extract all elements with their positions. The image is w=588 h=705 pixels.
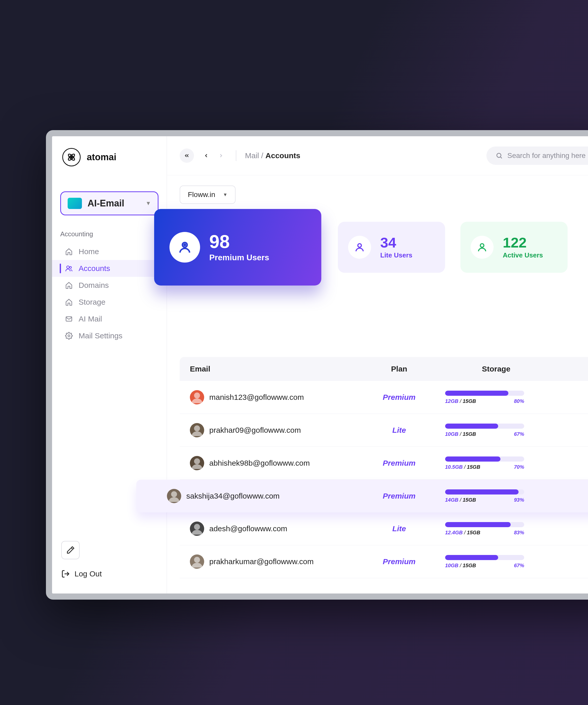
- product-switcher[interactable]: AI-Email ▼: [60, 191, 159, 215]
- th-email: Email: [190, 365, 353, 373]
- sidebar-nav: Home Accounts Domains Storage: [52, 241, 167, 344]
- sidebar-item-domains[interactable]: Domains: [52, 277, 167, 294]
- home-icon: [64, 281, 74, 289]
- email-text: sakshija34@goflowww.com: [186, 492, 280, 500]
- svg-point-2: [71, 156, 72, 158]
- table-row[interactable]: prakhar09@goflowww.comLite10GB / 15GB67%: [180, 414, 588, 447]
- cell-plan: Premium: [353, 393, 445, 402]
- stat-active-label: Active Users: [503, 251, 543, 259]
- chevrons-left-icon: [184, 153, 190, 159]
- avatar: [167, 489, 181, 503]
- sidebar-item-label: Home: [79, 247, 99, 256]
- table-row[interactable]: abhishek98b@goflowww.comPremium10.5GB / …: [180, 447, 588, 480]
- eyedropper-icon: [66, 546, 75, 555]
- sidebar-item-accounts[interactable]: Accounts: [52, 260, 167, 277]
- cell-plan: Premium: [353, 557, 445, 566]
- storage-bar: [445, 457, 524, 462]
- avatar: [190, 456, 204, 470]
- logout-button[interactable]: Log Out: [61, 569, 102, 578]
- sidebar-item-label: Mail Settings: [79, 331, 123, 340]
- app-window: atomai AI-Email ▼ Accounting Home Accoun…: [46, 130, 588, 600]
- storage-bar: [445, 489, 524, 495]
- table-row[interactable]: manish123@goflowww.comPremium12GB / 15GB…: [180, 381, 588, 414]
- domain-select[interactable]: Floww.in ▼: [180, 186, 235, 204]
- storage-meta: 14GB / 15GB93%: [445, 497, 524, 503]
- svg-point-16: [194, 524, 200, 530]
- sidebar-item-mail-settings[interactable]: Mail Settings: [52, 327, 167, 344]
- sidebar-item-label: Storage: [79, 298, 105, 307]
- cell-storage: 12GB / 15GB80%: [445, 391, 547, 404]
- th-storage: Storage: [445, 365, 547, 373]
- main: Mail / Accounts Search for anything here…: [167, 136, 588, 594]
- avatar: [190, 423, 204, 437]
- svg-point-6: [68, 335, 70, 337]
- product-thumbnail-icon: [67, 198, 82, 209]
- chevron-left-icon: [203, 153, 209, 158]
- cell-email: abhishek98b@goflowww.com: [190, 456, 353, 470]
- cell-email: adesh@goflowww.com: [190, 522, 353, 536]
- gear-icon: [64, 332, 74, 340]
- forward-button[interactable]: [215, 149, 227, 162]
- email-text: abhishek98b@goflowww.com: [209, 459, 310, 467]
- cell-email: prakhar09@goflowww.com: [190, 423, 353, 437]
- stat-card-premium[interactable]: 98 Premium Users: [154, 209, 321, 285]
- table-row[interactable]: prakharkumar@goflowww.comPremium10GB / 1…: [180, 545, 588, 578]
- table-header: Email Plan Storage: [180, 357, 588, 381]
- cell-plan: Lite: [353, 524, 445, 533]
- email-text: prakhar09@goflowww.com: [209, 426, 301, 434]
- avatar: [190, 555, 204, 569]
- sidebar-item-ai-mail[interactable]: AI Mail: [52, 311, 167, 327]
- storage-bar: [445, 522, 524, 527]
- stat-lite-label: Lite Users: [380, 251, 412, 259]
- stat-premium-count: 98: [209, 232, 269, 251]
- breadcrumb-root[interactable]: Mail: [245, 151, 259, 160]
- stat-premium-label: Premium Users: [209, 253, 269, 262]
- search-placeholder: Search for anything here: [507, 151, 586, 160]
- active-user-icon: [470, 236, 494, 259]
- stat-active-count: 122: [503, 236, 543, 250]
- email-text: manish123@goflowww.com: [209, 393, 304, 402]
- sidebar-item-home[interactable]: Home: [52, 243, 167, 260]
- search-input[interactable]: Search for anything here: [487, 146, 588, 165]
- back-button[interactable]: [200, 149, 212, 162]
- storage-bar: [445, 391, 524, 396]
- table-row[interactable]: sakshija34@goflowww.comPremium14GB / 15G…: [136, 480, 588, 512]
- storage-meta: 12.4GB / 15GB83%: [445, 530, 524, 535]
- brand-name: atomai: [87, 152, 117, 162]
- storage-meta: 12GB / 15GB80%: [445, 398, 524, 404]
- svg-point-11: [480, 244, 484, 247]
- cell-storage: 10GB / 15GB67%: [445, 555, 547, 568]
- logout-label: Log Out: [75, 569, 102, 578]
- avatar: [190, 522, 204, 536]
- avatar: [190, 390, 204, 405]
- sidebar-bottom: Log Out: [61, 541, 102, 578]
- chevron-down-icon: ▼: [145, 200, 151, 207]
- brand-logo-icon: [62, 148, 81, 167]
- chevron-right-icon: [218, 153, 224, 158]
- mail-icon: [64, 315, 74, 323]
- topbar: Mail / Accounts Search for anything here: [167, 136, 588, 175]
- home-icon: [64, 298, 74, 306]
- collapse-sidebar-button[interactable]: [180, 148, 194, 163]
- stat-lite-count: 34: [380, 236, 412, 250]
- cell-email: prakharkumar@goflowww.com: [190, 555, 353, 569]
- stat-card-lite[interactable]: 34 Lite Users: [338, 222, 445, 273]
- sidebar-section-label: Accounting: [52, 223, 167, 241]
- sidebar-item-storage[interactable]: Storage: [52, 294, 167, 311]
- th-plan: Plan: [353, 365, 445, 373]
- svg-point-7: [497, 153, 501, 157]
- cell-plan: Premium: [353, 459, 445, 467]
- table-row[interactable]: adesh@goflowww.comLite12.4GB / 15GB83%: [180, 512, 588, 545]
- accounts-table: Email Plan Storage manish123@goflowww.co…: [180, 357, 588, 578]
- cell-email: sakshija34@goflowww.com: [167, 489, 353, 503]
- storage-bar: [445, 424, 524, 429]
- stats-row: 98 Premium Users 34 Lite Users: [180, 209, 588, 273]
- cell-storage: 14GB / 15GB93%: [445, 489, 547, 503]
- content: Floww.in ▼ 98 Premium Users: [167, 175, 588, 578]
- stat-card-active[interactable]: 122 Active Users: [460, 222, 568, 273]
- cell-plan: Premium: [353, 492, 445, 500]
- svg-point-4: [70, 267, 72, 269]
- cell-plan: Lite: [353, 426, 445, 434]
- eyedropper-button[interactable]: [61, 541, 80, 559]
- home-icon: [64, 248, 74, 255]
